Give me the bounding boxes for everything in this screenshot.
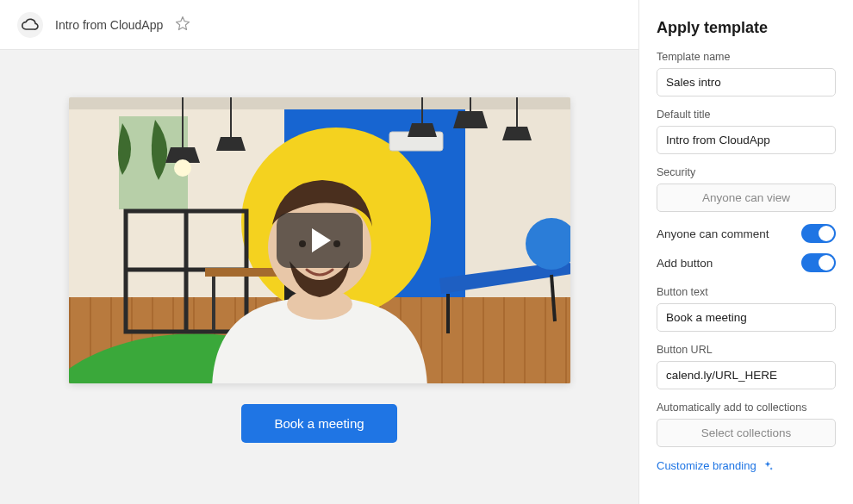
play-icon bbox=[312, 228, 331, 252]
customize-branding-label: Customize branding bbox=[657, 459, 756, 472]
play-button[interactable] bbox=[277, 213, 363, 268]
customize-branding-link[interactable]: Customize branding bbox=[657, 459, 836, 472]
field-default-title: Default title bbox=[657, 109, 836, 154]
settings-panel: Apply template Template name Default tit… bbox=[639, 0, 853, 504]
template-name-label: Template name bbox=[657, 51, 836, 63]
collections-select[interactable]: Select collections bbox=[657, 419, 836, 447]
toggle-comment-switch[interactable] bbox=[801, 224, 836, 243]
cloud-icon bbox=[22, 16, 39, 34]
favorite-star-icon[interactable] bbox=[175, 16, 190, 34]
default-title-input[interactable] bbox=[657, 126, 836, 154]
app-logo bbox=[17, 12, 43, 38]
default-title-label: Default title bbox=[657, 109, 836, 121]
video-preview[interactable] bbox=[69, 97, 570, 383]
button-text-label: Button text bbox=[657, 286, 836, 298]
button-url-label: Button URL bbox=[657, 344, 836, 356]
field-button-url: Button URL bbox=[657, 344, 836, 389]
security-label: Security bbox=[657, 166, 836, 178]
security-select[interactable]: Anyone can view bbox=[657, 184, 836, 212]
toggle-add-button: Add button bbox=[657, 253, 836, 272]
svg-rect-6 bbox=[69, 97, 570, 109]
toggle-addbutton-label: Add button bbox=[657, 257, 713, 270]
field-security: Security Anyone can view bbox=[657, 166, 836, 212]
toggle-anyone-comment: Anyone can comment bbox=[657, 224, 836, 243]
toggle-comment-label: Anyone can comment bbox=[657, 227, 769, 240]
sparkle-icon bbox=[762, 460, 774, 472]
panel-heading: Apply template bbox=[657, 19, 836, 37]
topbar: Intro from CloudApp bbox=[0, 0, 638, 50]
page-title: Intro from CloudApp bbox=[55, 18, 163, 32]
field-button-text: Button text bbox=[657, 286, 836, 332]
button-text-input[interactable] bbox=[657, 303, 836, 332]
collections-label: Automatically add to collections bbox=[657, 401, 836, 414]
template-name-input[interactable] bbox=[657, 68, 836, 96]
presenter-illustration bbox=[186, 168, 453, 383]
main-area: Intro from CloudApp bbox=[0, 0, 639, 504]
field-collections: Automatically add to collections Select … bbox=[657, 401, 836, 447]
cta-button[interactable]: Book a meeting bbox=[241, 404, 396, 443]
preview-area: Book a meeting bbox=[0, 50, 638, 504]
toggle-addbutton-switch[interactable] bbox=[801, 253, 836, 272]
button-url-input[interactable] bbox=[657, 361, 836, 389]
field-template-name: Template name bbox=[657, 51, 836, 96]
